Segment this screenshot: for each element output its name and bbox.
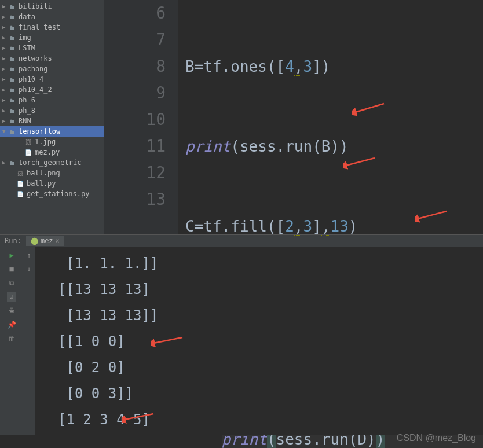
expand-arrow-icon[interactable]: ▶ [2,118,8,124]
rerun-icon[interactable]: ▶ [7,251,16,260]
editor-region: ▶🖿bilibili▶🖿data▶🖿final_test▶🖿img▶🖿LSTM▶… [0,0,483,234]
line-number: 10 [104,107,166,133]
folder-icon: 🖿 [8,55,16,62]
tree-item-1-jpg[interactable]: 🖼1.jpg [0,137,104,147]
tree-item-label: mez.py [35,148,60,156]
tree-item-label: get_stations.py [27,190,89,198]
expand-arrow-icon[interactable]: ▶ [2,3,8,9]
folder-icon: 🖿 [8,3,16,10]
tree-item-RNN[interactable]: ▶🖿RNN [0,116,104,126]
folder-icon: 🖿 [8,97,16,104]
code-editor[interactable]: B=tf.ones([4,3]) print(sess.run(B)) C=tf… [178,0,483,234]
tree-item-label: img [19,34,31,42]
tree-item-label: pachong [19,65,48,73]
up-icon[interactable]: ↑ [24,251,34,260]
line-number: 7 [104,27,166,53]
tree-item-label: RNN [19,117,31,125]
tree-item-label: bilibili [19,2,52,10]
line-number: 6 [104,0,166,27]
expand-arrow-icon[interactable]: ▶ [2,97,8,103]
tree-item-ph_6[interactable]: ▶🖿ph_6 [0,95,104,105]
print-icon[interactable]: 🖶 [7,306,16,315]
annotation-arrow [343,102,397,223]
watermark: CSDN @mez_Blog [397,433,476,443]
tree-item-pachong[interactable]: ▶🖿pachong [0,64,104,74]
image-icon: 🖼 [24,138,32,145]
tree-item-ph_8[interactable]: ▶🖿ph_8 [0,105,104,116]
tree-item-LSTM[interactable]: ▶🖿LSTM [0,43,104,53]
expand-arrow-icon[interactable]: ▶ [2,56,8,61]
tree-item-label: 1.jpg [35,138,56,146]
line-gutter: 678910111213 [104,0,178,234]
expand-arrow-icon[interactable]: ▼ [2,128,8,134]
line-number: 13 [104,186,166,213]
run-panel: ▶ ■ ⧉ ↲ 🖶 📌 🗑 ↑ ↓ [1. 1. 1.]][[13 13 13]… [0,247,483,435]
line-number: 9 [104,80,166,107]
console-line: [0 0 3]] [58,381,483,407]
pin-icon[interactable]: 📌 [7,320,16,329]
image-icon: 🖼 [16,170,24,177]
tree-item-label: LSTM [19,44,35,52]
tree-item-networks[interactable]: ▶🖿networks [0,53,104,64]
folder-icon: 🖿 [8,86,16,93]
stop-icon[interactable]: ■ [7,265,16,274]
tree-item-label: ball.py [27,179,56,188]
console-line: [1. 1. 1.]] [58,251,483,277]
tree-item-img[interactable]: ▶🖿img [0,32,104,43]
line-number: 12 [104,160,166,186]
expand-arrow-icon[interactable]: ▶ [2,66,8,72]
folder-icon: 🖿 [8,13,16,20]
folder-icon: 🖿 [8,117,16,124]
tree-item-get_stations-py[interactable]: 📄get_stations.py [0,189,104,199]
expand-arrow-icon[interactable]: ▶ [2,35,8,41]
expand-arrow-icon[interactable]: ▶ [2,160,8,166]
tree-item-tensorflow[interactable]: ▼🖿tensorflow [0,126,104,137]
close-icon[interactable]: × [56,237,60,245]
run-tab-label: mez [41,237,53,245]
tree-item-final_test[interactable]: ▶🖿final_test [0,22,104,32]
down-icon[interactable]: ↓ [24,265,34,274]
tree-item-data[interactable]: ▶🖿data [0,12,104,22]
console-output[interactable]: [1. 1. 1.]][[13 13 13] [13 13 13]][[1 0 … [35,247,483,435]
tree-item-label: ph_6 [19,96,35,104]
layout-icon[interactable]: ⧉ [7,278,16,288]
folder-icon: 🖿 [8,65,16,72]
expand-arrow-icon[interactable]: ▶ [2,14,8,20]
console-line: [0 2 0] [58,355,483,381]
tree-item-label: ph10_4 [19,75,43,83]
tree-item-label: tensorflow [19,127,60,135]
folder-icon: 🖿 [8,76,16,83]
tree-item-ph10_4[interactable]: ▶🖿ph10_4 [0,74,104,85]
py-icon: 📄 [16,190,24,197]
folder-icon: 🖿 [8,45,16,52]
tree-item-label: ph_8 [19,107,35,115]
run-label: Run: [0,237,26,245]
expand-arrow-icon[interactable]: ▶ [2,24,8,30]
tree-item-ball-png[interactable]: 🖼ball.png [0,168,104,178]
tree-item-torch_geometric[interactable]: ▶🖿torch_geometric [0,157,104,168]
tree-item-label: data [19,13,35,21]
python-icon: ⬤ [31,237,38,245]
py-icon: 📄 [24,149,32,156]
tree-item-bilibili[interactable]: ▶🖿bilibili [0,1,104,12]
wrap-icon[interactable]: ↲ [7,292,16,302]
expand-arrow-icon[interactable]: ▶ [2,45,8,51]
tree-item-ph10_4_2[interactable]: ▶🖿ph10_4_2 [0,85,104,95]
run-toolbar: ▶ ■ ⧉ ↲ 🖶 📌 🗑 [0,247,23,435]
tree-item-label: ph10_4_2 [19,86,52,94]
trash-icon[interactable]: 🗑 [7,334,16,343]
folder-icon: 🖿 [8,159,16,166]
tree-item-mez-py[interactable]: 📄mez.py [0,147,104,157]
console-line: [1 2 3 4 5] [58,407,483,433]
console-line: [[1 0 0] [58,329,483,355]
expand-arrow-icon[interactable]: ▶ [2,76,8,82]
expand-arrow-icon[interactable]: ▶ [2,87,8,93]
expand-arrow-icon[interactable]: ▶ [2,108,8,113]
tree-item-label: final_test [19,23,60,31]
project-tree[interactable]: ▶🖿bilibili▶🖿data▶🖿final_test▶🖿img▶🖿LSTM▶… [0,0,104,234]
tree-item-label: torch_geometric [19,159,81,167]
tree-item-label: networks [19,54,52,63]
tree-item-ball-py[interactable]: 📄ball.py [0,178,104,189]
run-tab[interactable]: ⬤ mez × [26,236,64,246]
line-number: 11 [104,133,166,160]
